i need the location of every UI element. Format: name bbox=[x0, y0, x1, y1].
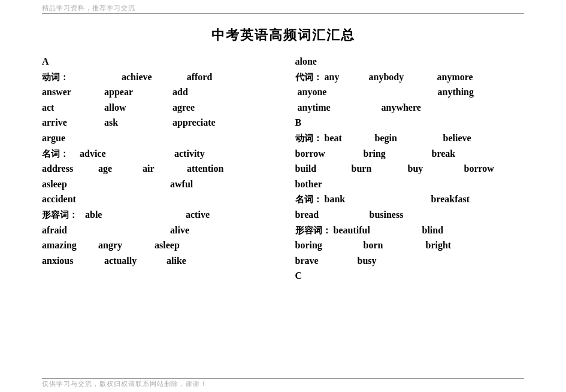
divider-top bbox=[42, 13, 524, 14]
adj-line-2: afraid alive bbox=[42, 223, 277, 238]
page-title: 中考英语高频词汇汇总 bbox=[42, 26, 524, 44]
pronoun-line-2: anyone anything bbox=[295, 84, 525, 100]
noun-line-1: 名词： advice activity bbox=[42, 146, 277, 162]
b-adj-line-1: 形容词： beautiful blind bbox=[295, 223, 525, 238]
pronoun-line-1: 代词： any anybody anymore bbox=[295, 69, 525, 85]
b-verb-line-3: build burn buy borrow bbox=[295, 161, 525, 177]
b-adj-line-3: brave busy bbox=[295, 253, 525, 269]
adj-line-3: amazing angry asleep bbox=[42, 238, 277, 253]
verb-line-4: arrive ask appreciate bbox=[42, 115, 277, 130]
divider-bottom bbox=[42, 378, 524, 379]
b-noun-line-1: 名词： bank breakfast bbox=[295, 192, 525, 207]
b-noun-line-2: bread business bbox=[295, 207, 525, 223]
section-c-label: C bbox=[295, 268, 525, 284]
verb-line-3: act allow agree bbox=[42, 100, 277, 116]
left-column: A 动词： achieve afford answer appear add a… bbox=[42, 54, 283, 284]
watermark-bottom: 仅供学习与交流，版权归权请联系网站删除，谢谢！ bbox=[42, 379, 207, 388]
adj-line-4: anxious actually alike bbox=[42, 253, 277, 269]
noun-line-4: accident bbox=[42, 192, 277, 207]
verb-line-1: 动词： achieve afford bbox=[42, 69, 277, 85]
b-verb-line-4: bother bbox=[295, 177, 525, 192]
b-verb-line-2: borrow bring break bbox=[295, 146, 525, 162]
verb-line-2: answer appear add bbox=[42, 84, 277, 100]
right-column: alone 代词： any anybody anymore anyone any… bbox=[283, 54, 525, 284]
alone-word: alone bbox=[295, 54, 525, 69]
b-verb-line-1: 动词： beat begin believe bbox=[295, 130, 525, 146]
noun-line-2: address age air attention bbox=[42, 161, 277, 177]
section-b-label: B bbox=[295, 115, 525, 130]
noun-line-3: asleep awful bbox=[42, 177, 277, 192]
verb-line-5: argue bbox=[42, 130, 277, 146]
section-a-label: A bbox=[42, 54, 277, 69]
adj-line-1: 形容词： able active bbox=[42, 207, 277, 223]
pronoun-line-3: anytime anywhere bbox=[295, 100, 525, 116]
watermark-top: 精品学习资料，推荐学习交流 bbox=[42, 4, 135, 13]
b-adj-line-2: boring born bright bbox=[295, 238, 525, 253]
